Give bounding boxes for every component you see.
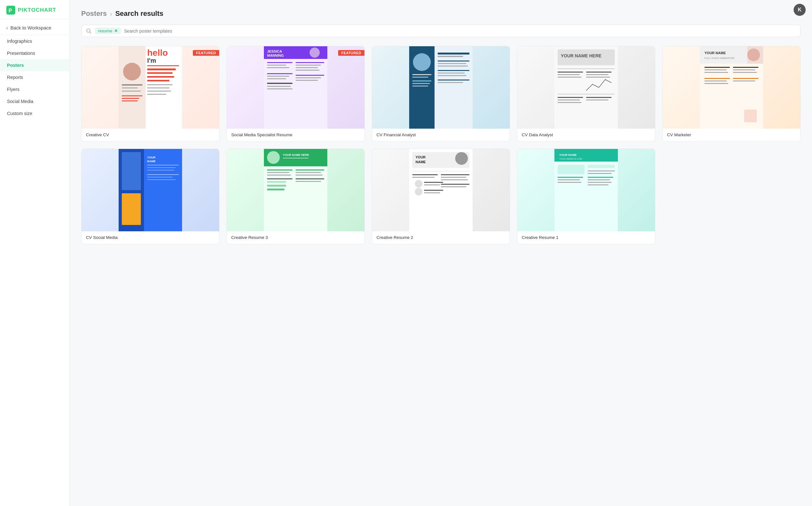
svg-rect-78 xyxy=(586,99,608,100)
template-label-cv-data-analyst: CV Data Analyst xyxy=(517,129,655,141)
svg-text:P: P xyxy=(9,8,12,13)
svg-rect-154 xyxy=(588,170,615,171)
svg-rect-69 xyxy=(558,77,582,78)
svg-rect-150 xyxy=(588,165,615,168)
svg-rect-115 xyxy=(267,172,289,173)
svg-rect-23 xyxy=(147,94,166,95)
svg-rect-122 xyxy=(295,172,321,173)
template-preview-creative-resume-1: YOUR NAME YOUR WEBSITE.COM xyxy=(517,149,655,231)
nav-items: InfographicsPresentationsPostersReportsF… xyxy=(0,35,69,119)
svg-rect-17 xyxy=(122,95,142,96)
sidebar-item-flyers[interactable]: Flyers xyxy=(0,83,69,95)
template-card-creative-cv[interactable]: hello I'm FEATUREDCreative CV xyxy=(81,46,219,142)
svg-rect-19 xyxy=(122,100,138,101)
sidebar-item-custom-size[interactable]: Custom size xyxy=(0,107,69,119)
sidebar-item-presentations[interactable]: Presentations xyxy=(0,47,69,59)
template-card-creative-resume-1[interactable]: YOUR NAME YOUR WEBSITE.COM Creative Resu… xyxy=(517,149,655,244)
svg-rect-74 xyxy=(558,97,583,98)
svg-rect-135 xyxy=(424,182,443,183)
back-label: Back to Workspace xyxy=(10,25,51,30)
svg-rect-119 xyxy=(267,185,286,187)
template-label-creative-resume-1: Creative Resume 1 xyxy=(517,231,655,244)
svg-rect-89 xyxy=(733,69,755,70)
svg-rect-120 xyxy=(267,188,284,190)
chevron-left-icon: ‹ xyxy=(6,25,8,30)
svg-point-130 xyxy=(455,152,468,165)
template-card-cv-financial-analyst[interactable]: CV Financial Analyst xyxy=(372,46,510,142)
svg-rect-103 xyxy=(147,165,179,165)
svg-rect-85 xyxy=(704,67,730,68)
breadcrumb-current: Search results xyxy=(115,9,163,18)
svg-rect-8 xyxy=(147,65,179,66)
template-card-creative-resume-2[interactable]: YOUR NAME Creative Resume 2 xyxy=(372,149,510,244)
svg-rect-36 xyxy=(267,73,292,74)
svg-rect-31 xyxy=(267,67,289,68)
svg-rect-73 xyxy=(558,94,615,94)
svg-rect-158 xyxy=(588,182,612,183)
svg-rect-114 xyxy=(267,170,292,170)
svg-rect-75 xyxy=(558,99,580,100)
svg-rect-33 xyxy=(295,65,321,66)
search-tag-close-button[interactable]: ✕ xyxy=(114,28,118,33)
svg-text:YOUR NAME HERE: YOUR NAME HERE xyxy=(561,53,601,58)
svg-rect-151 xyxy=(558,177,583,178)
svg-rect-107 xyxy=(147,177,173,177)
svg-rect-108 xyxy=(147,179,176,180)
svg-rect-58 xyxy=(438,70,469,71)
template-card-cv-social-media[interactable]: YOUR NAME CV Social Media xyxy=(81,149,219,244)
back-to-workspace-link[interactable]: ‹ Back to Workspace xyxy=(0,19,69,35)
svg-point-28 xyxy=(310,48,320,58)
svg-rect-156 xyxy=(588,177,613,178)
template-card-cv-data-analyst[interactable]: YOUR NAME HERE CV Data Analyst xyxy=(517,46,655,142)
svg-point-137 xyxy=(415,188,422,195)
svg-rect-117 xyxy=(267,178,292,179)
user-avatar[interactable]: K xyxy=(794,4,806,16)
sidebar-item-infographics[interactable]: Infographics xyxy=(0,35,69,47)
svg-rect-138 xyxy=(424,190,443,191)
svg-rect-61 xyxy=(438,80,469,80)
sidebar-item-social-media[interactable]: Social Media xyxy=(0,95,69,107)
svg-rect-42 xyxy=(295,75,324,76)
template-card-cv-marketer[interactable]: YOUR NAME FULL STACK MARKETER CV Markete… xyxy=(662,46,801,142)
svg-rect-99 xyxy=(122,193,141,225)
svg-line-3 xyxy=(90,32,91,33)
piktochart-logo-icon: P xyxy=(6,6,15,15)
svg-rect-39 xyxy=(267,83,292,84)
svg-text:YOUR NAME: YOUR NAME xyxy=(704,51,726,55)
breadcrumb-parent[interactable]: Posters xyxy=(81,9,107,18)
svg-text:hello: hello xyxy=(147,48,168,58)
template-card-social-media-specialist[interactable]: JESSICA MANNING FEATUREDSocial Media Spe… xyxy=(226,46,365,142)
svg-point-111 xyxy=(267,151,280,164)
template-preview-cv-financial-analyst xyxy=(372,46,510,129)
svg-rect-30 xyxy=(267,65,286,66)
breadcrumb: Posters › Search results xyxy=(81,9,801,18)
template-card-creative-resume-3[interactable]: YOUR NAME HERE Creative Resume 3 xyxy=(226,149,365,244)
svg-rect-60 xyxy=(438,75,466,76)
user-initial: K xyxy=(798,7,802,13)
svg-rect-10 xyxy=(147,72,173,74)
featured-badge: FEATURED xyxy=(193,50,219,56)
svg-text:MANNING: MANNING xyxy=(267,54,284,57)
template-preview-creative-resume-2: YOUR NAME xyxy=(372,149,510,231)
svg-rect-87 xyxy=(704,72,728,73)
sidebar-item-posters[interactable]: Posters xyxy=(0,59,69,71)
svg-rect-62 xyxy=(438,82,463,83)
svg-rect-121 xyxy=(295,170,324,170)
svg-rect-56 xyxy=(438,63,466,64)
template-label-social-media-specialist: Social Media Specialist Resume xyxy=(227,129,364,141)
sidebar-item-reports[interactable]: Reports xyxy=(0,71,69,83)
svg-rect-34 xyxy=(295,67,318,68)
svg-rect-91 xyxy=(704,78,730,79)
svg-rect-72 xyxy=(586,77,610,78)
svg-rect-37 xyxy=(267,76,289,77)
search-icon xyxy=(86,28,92,34)
svg-rect-86 xyxy=(704,69,727,70)
svg-rect-106 xyxy=(147,174,179,175)
svg-rect-70 xyxy=(586,72,612,73)
search-input[interactable] xyxy=(124,28,796,33)
svg-text:YOUR NAME: YOUR NAME xyxy=(559,153,577,157)
template-preview-social-media-specialist: JESSICA MANNING FEATURED xyxy=(227,46,364,129)
breadcrumb-separator: › xyxy=(110,10,112,17)
svg-rect-71 xyxy=(586,74,608,75)
svg-point-47 xyxy=(413,53,431,71)
